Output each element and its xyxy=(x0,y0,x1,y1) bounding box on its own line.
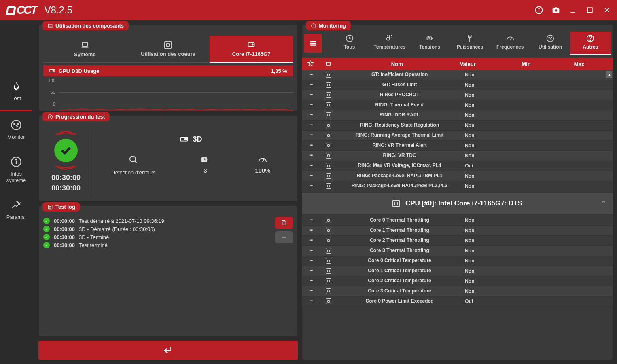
gpu-usage-row[interactable]: GPU D3D Usage 1,35 % xyxy=(43,65,293,76)
cat-tensions[interactable]: Tensions xyxy=(410,32,450,55)
copy-log-button[interactable] xyxy=(275,217,293,229)
row-menu-icon[interactable]: ... xyxy=(309,99,312,106)
cat-frequences[interactable]: Fréquences xyxy=(490,32,530,55)
sidebar-item-label: Test xyxy=(11,95,21,102)
table-row[interactable]: ...Core 0 Critical TemperatureNon xyxy=(302,256,613,266)
sidebar-item-label: Infos système xyxy=(2,171,30,183)
back-button[interactable] xyxy=(38,341,298,360)
cat-tous[interactable]: Tous xyxy=(329,32,369,55)
cpu-icon xyxy=(326,112,331,118)
cpu-icon xyxy=(326,218,331,223)
table-row[interactable]: ...Core 1 Critical TemperatureNon xyxy=(302,266,613,276)
row-menu-icon[interactable]: ... xyxy=(309,150,312,157)
row-menu-icon[interactable]: ... xyxy=(309,79,312,86)
row-value: Non xyxy=(462,72,505,78)
gauge-icon xyxy=(311,23,316,29)
svg-marker-57 xyxy=(308,61,314,66)
table-row[interactable]: ...RING: DDR RAPLNon xyxy=(302,110,613,121)
table-row[interactable]: ...RING: Running Average Thermal LimitNo… xyxy=(302,131,613,141)
gauge-icon xyxy=(258,155,267,165)
row-menu-icon[interactable]: ... xyxy=(309,235,312,242)
row-menu-icon[interactable]: ... xyxy=(309,245,312,252)
tab-coeurs[interactable]: Utilisation des coeurs xyxy=(127,36,210,63)
header-value[interactable]: Valeur xyxy=(457,61,500,67)
table-row[interactable]: ...Core 1 Thermal ThrottlingNon xyxy=(302,226,613,236)
row-value: Non xyxy=(462,112,505,118)
cpu-icon xyxy=(326,102,331,108)
row-menu-icon[interactable]: ... xyxy=(309,265,312,272)
tab-cpu[interactable]: Core i7-1165G7 xyxy=(210,36,293,63)
table-row[interactable]: ...Core 3 Critical TemperatureNon xyxy=(302,286,613,296)
row-name: RING: DDR RAPL xyxy=(337,112,462,118)
table-row[interactable]: ...RING: VR TDCNon xyxy=(302,151,613,161)
table-row[interactable]: ...RING: Package-Level RAPL/PBM PL2,PL3N… xyxy=(302,181,613,191)
table-row[interactable]: ...Core 2 Thermal ThrottlingNon xyxy=(302,236,613,246)
camera-icon[interactable] xyxy=(552,6,560,14)
row-menu-icon[interactable]: ... xyxy=(309,215,312,222)
close-icon[interactable] xyxy=(603,6,611,14)
minimize-icon[interactable] xyxy=(569,6,577,14)
add-log-button[interactable] xyxy=(275,231,293,243)
table-row[interactable]: ...GT: Inefficient OperationNon xyxy=(302,70,613,80)
table-row[interactable]: ...RING: Thermal EventNon xyxy=(302,100,613,110)
header-max[interactable]: Max xyxy=(553,61,606,67)
wave-bottom-icon xyxy=(52,165,80,170)
table-row[interactable]: ...RING: Max VR Voltage, ICCmax, PL4Oui xyxy=(302,161,613,171)
table-row[interactable]: ...Core 3 Thermal ThrottlingNon xyxy=(302,246,613,256)
svg-line-45 xyxy=(391,35,392,36)
cat-temperatures[interactable]: Températures xyxy=(369,32,409,55)
table-row[interactable]: ...Core 2 Critical TemperatureNon xyxy=(302,276,613,286)
table-row[interactable]: ...RING: VR Thermal AlertNon xyxy=(302,141,613,151)
gpu-icon xyxy=(180,135,189,144)
check-icon: ✓ xyxy=(43,242,50,248)
table-row[interactable]: ...RING: PROCHOTNon xyxy=(302,90,613,100)
log-time: 00:00:00 xyxy=(54,226,75,232)
cat-puissances[interactable]: Puissances xyxy=(450,32,490,55)
row-menu-icon[interactable]: ... xyxy=(309,70,312,76)
row-menu-icon[interactable]: ... xyxy=(309,225,312,232)
table-row[interactable]: ...GT: Fuses limitNon xyxy=(302,80,613,90)
row-menu-icon[interactable]: ... xyxy=(309,110,312,116)
info-icon[interactable] xyxy=(535,6,543,14)
sidebar-item-sysinfo[interactable]: Infos système xyxy=(0,148,32,191)
row-menu-icon[interactable]: ... xyxy=(309,89,312,96)
tab-systeme[interactable]: Système xyxy=(43,36,127,63)
table-row[interactable]: ...Core 0 Power Limit ExceededOui xyxy=(302,296,613,307)
row-name: RING: Package-Level RAPL/PBM PL1 xyxy=(337,173,462,179)
row-name: RING: Running Average Thermal Limit xyxy=(337,133,462,138)
row-name: Core 3 Thermal Throttling xyxy=(337,248,462,254)
row-menu-icon[interactable]: ... xyxy=(309,130,312,137)
header-name[interactable]: Nom xyxy=(337,61,457,67)
monitoring-menu-button[interactable] xyxy=(304,34,322,53)
sidebar-item-test[interactable]: Test xyxy=(0,73,32,111)
sidebar-item-monitor[interactable]: Monitor xyxy=(0,111,32,148)
row-menu-icon[interactable]: ... xyxy=(309,296,312,303)
cpu-icon xyxy=(326,288,331,294)
row-menu-icon[interactable]: ... xyxy=(309,170,312,177)
cat-autres[interactable]: Autres xyxy=(570,32,611,55)
check-icon: ✓ xyxy=(43,218,50,224)
monitoring-group[interactable]: CPU [#0]: Intel Core i7-1165G7: DTS⌃ xyxy=(302,193,613,214)
scroll-top-button[interactable]: ▲ xyxy=(606,71,612,78)
maximize-icon[interactable] xyxy=(586,6,594,14)
row-menu-icon[interactable]: ... xyxy=(309,180,312,187)
svg-point-53 xyxy=(551,37,552,38)
monitoring-table[interactable]: ▲ ...GT: Inefficient OperationNon...GT: … xyxy=(302,70,613,360)
table-row[interactable]: ...RING: Package-Level RAPL/PBM PL1Non xyxy=(302,171,613,181)
star-icon[interactable] xyxy=(302,60,320,68)
header-min[interactable]: Min xyxy=(500,61,553,67)
sidebar-item-params[interactable]: Params. xyxy=(0,191,32,229)
row-menu-icon[interactable]: ... xyxy=(309,120,312,127)
row-menu-icon[interactable]: ... xyxy=(309,255,312,262)
row-menu-icon[interactable]: ... xyxy=(309,140,312,147)
row-menu-icon[interactable]: ... xyxy=(309,275,312,282)
table-row[interactable]: ...RING: Residency State RegulationNon xyxy=(302,121,613,131)
testlog-panel-header: Test log xyxy=(42,202,80,212)
log-text: 3D - Démarré (Durée : 00:30:00) xyxy=(79,226,155,232)
cat-utilisation[interactable]: Utilisation xyxy=(530,32,570,55)
ytick: 100 xyxy=(43,78,55,83)
table-row[interactable]: ...Core 0 Thermal ThrottlingNon xyxy=(302,216,613,226)
cpu-icon xyxy=(326,153,331,159)
row-menu-icon[interactable]: ... xyxy=(309,286,312,292)
row-menu-icon[interactable]: ... xyxy=(309,160,312,167)
